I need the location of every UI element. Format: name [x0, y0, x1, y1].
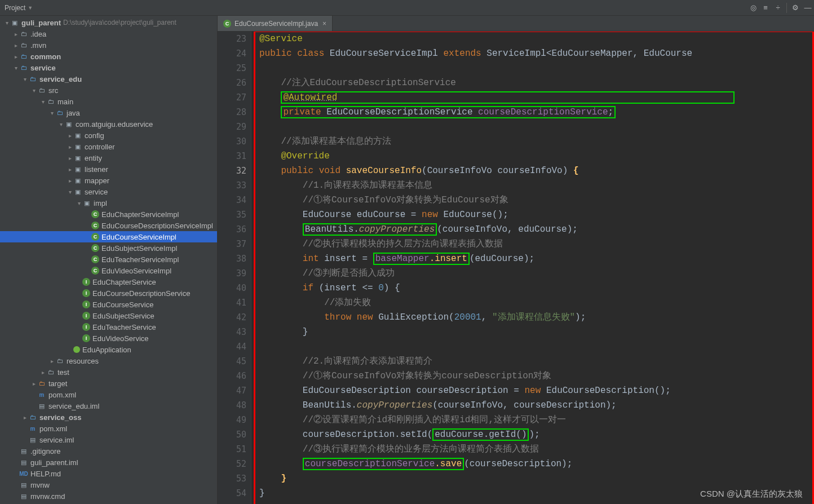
tree-node[interactable]: ▣mapper — [0, 175, 217, 186]
file-icon: ▤ — [19, 446, 28, 456]
tree-node[interactable]: mpom.xml — [0, 389, 217, 400]
package-icon: ▣ — [73, 153, 82, 162]
tree-node[interactable]: ▣entity — [0, 152, 217, 163]
collapse-icon[interactable]: ÷ — [772, 2, 784, 14]
tree-node[interactable]: IEduChapterService — [0, 276, 217, 288]
tree-node[interactable]: EduApplication — [0, 344, 217, 355]
tree-node[interactable]: 🗀target — [0, 378, 217, 389]
file-icon: ▤ — [19, 458, 28, 467]
file-tab[interactable]: C EduCourseServiceImpl.java × — [218, 16, 333, 31]
tree-node[interactable]: IEduCourseService — [0, 299, 217, 310]
main-area: ▣guli_parentD:\study\java\code\project\g… — [0, 16, 814, 504]
module-icon: ▣ — [10, 18, 19, 27]
interface-icon: I — [82, 312, 90, 320]
maven-icon: m — [28, 424, 37, 433]
separator — [786, 3, 787, 13]
tree-node[interactable]: ▣controller — [0, 141, 217, 152]
tree-node[interactable]: 🗀service_oss — [0, 412, 217, 423]
tree-node[interactable]: 🗀src — [0, 85, 217, 96]
package-icon: ▣ — [73, 187, 82, 196]
code-editor[interactable]: 23 24 252627 28 293031 32 33343536373839… — [218, 32, 814, 504]
package-icon: ▣ — [64, 120, 73, 129]
resources-folder-icon: 🗀 — [55, 356, 64, 365]
tree-node[interactable]: ▣service — [0, 186, 217, 197]
root-node[interactable]: ▣guli_parentD:\study\java\code\project\g… — [0, 17, 217, 28]
tree-node[interactable]: CEduVideoServiceImpl — [0, 265, 217, 276]
folder-icon: 🗀 — [19, 29, 28, 38]
class-icon: C — [91, 267, 99, 275]
tree-node[interactable]: CEduChapterServiceImpl — [0, 209, 217, 220]
tree-node[interactable]: 🗀service_edu — [0, 73, 217, 85]
close-tab-icon[interactable]: × — [322, 20, 326, 28]
csdn-watermark: CSDN @认真生活的灰太狼 — [700, 489, 803, 499]
tree-node[interactable]: 🗀java — [0, 107, 217, 118]
editor-tabs: C EduCourseServiceImpl.java × — [218, 16, 814, 32]
tree-node[interactable]: 🗀resources — [0, 355, 217, 366]
package-icon: ▣ — [73, 176, 82, 185]
tree-node[interactable]: MDHELP.md — [0, 468, 217, 479]
tree-node[interactable]: ▤service_edu.iml — [0, 400, 217, 412]
folder-icon: 🗀 — [46, 368, 55, 377]
tree-node[interactable]: 🗀test — [0, 366, 217, 378]
class-icon: C — [223, 20, 231, 28]
folder-icon: 🗀 — [19, 41, 28, 50]
tree-node[interactable]: IEduCourseDescriptionService — [0, 288, 217, 299]
code-content[interactable]: @Service public class EduCourseServiceIm… — [251, 32, 814, 504]
tree-node[interactable]: 🗀main — [0, 96, 217, 107]
tree-node[interactable]: CEduSubjectServiceImpl — [0, 242, 217, 254]
top-toolbar: Project ▼ ◎ ≡ ÷ ⚙ — — [0, 0, 814, 16]
tree-node[interactable]: 🗀.idea — [0, 28, 217, 39]
tree-node[interactable]: CEduTeacherServiceImpl — [0, 254, 217, 265]
markdown-icon: MD — [19, 469, 28, 478]
file-icon: ▤ — [19, 480, 28, 489]
class-icon: C — [91, 244, 99, 252]
class-icon: C — [91, 210, 99, 218]
tree-node[interactable]: ▤.gitignore — [0, 445, 217, 457]
spring-icon — [73, 346, 80, 353]
module-folder-icon: 🗀 — [19, 63, 28, 72]
gear-icon[interactable]: ⚙ — [789, 2, 802, 14]
tree-node[interactable]: ▣config — [0, 130, 217, 141]
line-gutter: 23 24 252627 28 293031 32 33343536373839… — [218, 32, 251, 504]
tree-node[interactable]: ▤mvnw — [0, 479, 217, 490]
tree-node[interactable]: 🗀common — [0, 51, 217, 62]
tree-node[interactable]: ▤service.iml — [0, 434, 217, 445]
interface-icon: I — [82, 289, 90, 297]
file-icon: ▤ — [28, 435, 37, 444]
interface-icon: I — [82, 278, 90, 286]
project-label[interactable]: Project — [0, 4, 28, 12]
folder-icon: 🗀 — [46, 97, 55, 106]
folder-icon: 🗀 — [37, 86, 46, 95]
package-icon: ▣ — [73, 165, 82, 174]
tree-node[interactable]: CEduCourseDescriptionServiceImpl — [0, 220, 217, 231]
interface-icon: I — [82, 300, 90, 308]
file-icon: ▤ — [37, 401, 46, 410]
hide-icon[interactable]: — — [802, 2, 814, 14]
tree-node[interactable]: 🗀.mvn — [0, 39, 217, 51]
project-sidebar[interactable]: ▣guli_parentD:\study\java\code\project\g… — [0, 16, 218, 504]
tree-node[interactable]: ▤guli_parent.iml — [0, 457, 217, 468]
tree-node[interactable]: ▣impl — [0, 197, 217, 209]
tree-node[interactable]: ▣com.atguigu.eduservice — [0, 118, 217, 130]
maven-icon: m — [37, 390, 46, 399]
package-icon: ▣ — [82, 198, 91, 207]
tree-node[interactable]: 🗀service — [0, 62, 217, 73]
tree-node[interactable]: ▣listener — [0, 163, 217, 175]
tree-node[interactable]: IEduSubjectService — [0, 310, 217, 321]
tree-node[interactable]: IEduVideoService — [0, 333, 217, 344]
tab-label: EduCourseServiceImpl.java — [235, 20, 318, 28]
package-icon: ▣ — [73, 142, 82, 151]
expand-icon[interactable]: ≡ — [759, 2, 772, 14]
module-folder-icon: 🗀 — [19, 52, 28, 61]
editor-area: C EduCourseServiceImpl.java × 23 24 2526… — [218, 16, 814, 504]
target-folder-icon: 🗀 — [37, 379, 46, 388]
tree-node[interactable]: ▤mvnw.cmd — [0, 490, 217, 502]
class-icon: C — [91, 233, 99, 241]
tree-node[interactable]: IEduTeacherService — [0, 321, 217, 333]
project-dropdown-icon[interactable]: ▼ — [28, 5, 38, 11]
class-icon: C — [91, 222, 99, 229]
interface-icon: I — [82, 334, 90, 342]
target-icon[interactable]: ◎ — [747, 2, 759, 14]
tree-node-selected[interactable]: CEduCourseServiceImpl — [0, 231, 217, 242]
tree-node[interactable]: mpom.xml — [0, 423, 217, 434]
